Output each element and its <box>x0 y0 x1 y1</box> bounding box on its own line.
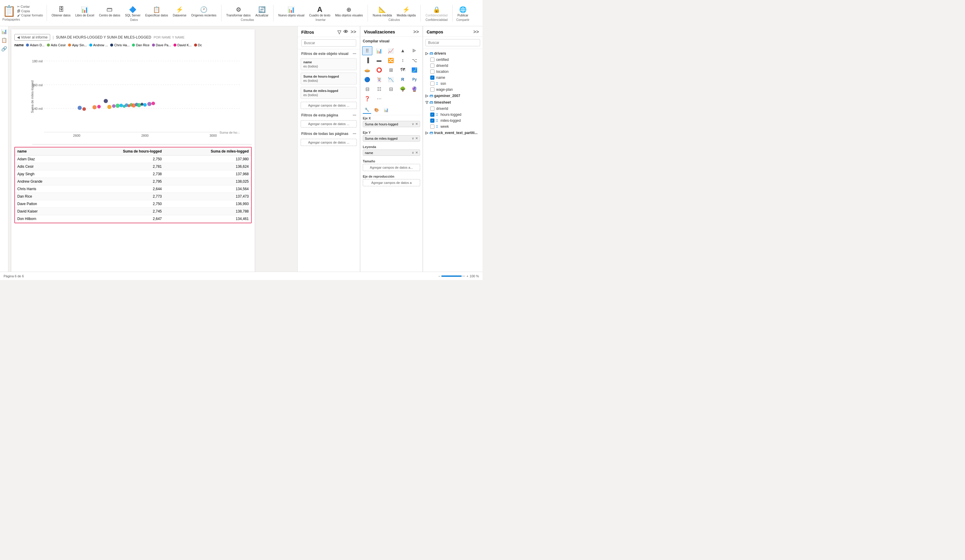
filter-section-menu-icon[interactable]: ⋯ <box>353 52 356 56</box>
zoom-plus-btn[interactable]: + <box>466 274 468 278</box>
filter-eye-icon[interactable]: 👁 <box>343 29 348 35</box>
publicar-btn[interactable]: 🌐 Publicar <box>456 5 469 18</box>
filter-page-menu-icon[interactable]: ⋯ <box>353 113 356 117</box>
viz-slicer-btn[interactable]: ⊟ <box>386 85 396 93</box>
nuevo-objeto-btn[interactable]: 📊 Nuevo objeto visual <box>277 5 306 18</box>
transformar-datos-btn[interactable]: ⚙ Transformar datos <box>225 5 252 18</box>
filter-card-hours[interactable]: Suma de hours-logged es (todos) <box>301 73 357 85</box>
viz-eje-x-remove-icon[interactable]: ✕ <box>415 122 418 126</box>
viz-tamaño-add-btn[interactable]: Agregar campos de datos a... <box>363 164 420 171</box>
viz-pie-btn[interactable]: 🥧 <box>362 65 372 74</box>
filter-funnel-icon[interactable]: ▽ <box>337 29 341 35</box>
viz-card-btn[interactable]: 🃏 <box>374 75 384 84</box>
viz-more-btn[interactable]: ⋯ <box>374 94 384 103</box>
cortar-btn[interactable]: ✂ Cortar <box>17 5 43 9</box>
copia-btn[interactable]: 🗐 Copia <box>17 9 43 13</box>
viz-scatter-btn[interactable]: ⠿ <box>362 46 372 55</box>
viz-matrix-btn[interactable]: ⊟ <box>362 85 372 93</box>
filter-all-menu-icon[interactable]: ⋯ <box>353 132 356 136</box>
calculos-group: 📐 Nueva medida ⚡ Medida rápida Cálculos <box>371 5 421 21</box>
nav-model-icon[interactable]: 🔗 <box>1 46 7 52</box>
filter-card-miles[interactable]: Suma de miles-logged es (todos) <box>301 87 357 99</box>
viz-eje-y-remove-icon[interactable]: ✕ <box>415 136 418 140</box>
viz-tab-format[interactable]: 🎨 <box>372 106 381 114</box>
viz-tab-build[interactable]: 🔧 <box>363 106 371 114</box>
centro-datos-btn[interactable]: 🗃 Centro de datos <box>98 5 121 18</box>
wage-plan-checkbox[interactable] <box>430 87 434 91</box>
especificar-datos-btn[interactable]: 📋 Especificar datos <box>144 5 169 18</box>
viz-hbar-btn[interactable]: ▬ <box>374 56 384 65</box>
ts-driverid-checkbox[interactable] <box>430 106 434 111</box>
viz-kpi-btn[interactable]: 📉 <box>386 75 396 84</box>
nav-report-icon[interactable]: 📊 <box>1 29 7 34</box>
viz-funnel-btn[interactable]: ⌥ <box>409 56 419 65</box>
col-miles: Suma de miles-logged <box>164 147 251 155</box>
viz-py-btn[interactable]: Py <box>409 75 419 84</box>
viz-decomp-btn[interactable]: 🌳 <box>398 85 408 93</box>
fields-group-gapminer[interactable]: ▷ 🗃 gapminer_2007 <box>423 93 483 99</box>
libro-excel-btn[interactable]: 📊 Libro de Excel <box>74 5 95 18</box>
origenes-recientes-btn[interactable]: 🕐 Orígenes recientes <box>190 5 218 18</box>
hours-logged-checkbox[interactable]: ✓ <box>430 113 434 117</box>
viz-tab-analyze[interactable]: 📊 <box>382 106 390 114</box>
cuadro-texto-btn[interactable]: A Cuadro de texto <box>308 5 331 18</box>
viz-treemap-btn[interactable]: ⊞ <box>386 65 396 74</box>
add-fields-page-btn[interactable]: Agregar campos de datos ... <box>301 120 357 127</box>
sql-server-btn[interactable]: 🔷 SQL Server <box>124 5 142 18</box>
viz-col-btn[interactable]: ▐ <box>362 56 372 65</box>
viz-map-btn[interactable]: 🗺 <box>398 65 408 74</box>
viz-ribbon-btn[interactable]: 🔀 <box>386 56 396 65</box>
mas-objetos-btn[interactable]: ⊕ Más objetos visuales <box>334 5 364 18</box>
miles-logged-checkbox[interactable]: ✓ <box>430 119 434 123</box>
zoom-slider[interactable] <box>441 276 465 277</box>
viz-gauge-btn[interactable]: 🔵 <box>362 75 372 84</box>
viz-eje-y-dropdown-icon[interactable]: ∨ <box>412 136 414 140</box>
viz-expand-icon[interactable]: >> <box>413 29 419 34</box>
add-fields-visual-btn[interactable]: Agregar campos de datos ... <box>301 102 357 109</box>
nueva-medida-btn[interactable]: 📐 Nueva medida <box>371 5 393 18</box>
fields-group-drivers[interactable]: ▷ 🗃 drivers <box>423 50 483 57</box>
viz-line-btn[interactable]: 📈 <box>386 46 396 55</box>
viz-r-btn[interactable]: R <box>398 75 408 84</box>
fields-expand-icon[interactable]: >> <box>473 29 479 34</box>
filter-search-input[interactable] <box>301 39 356 47</box>
actualizar-btn[interactable]: 🔄 Actualizar <box>254 5 270 18</box>
location-checkbox[interactable] <box>430 70 434 74</box>
name-checkbox[interactable]: ✓ <box>430 75 434 80</box>
filter-expand-icon[interactable]: >> <box>350 29 356 35</box>
chart-container[interactable]: Suma de miles-logged 180 mil 160 mil 140… <box>32 49 252 144</box>
viz-filled-map-btn[interactable]: 🗾 <box>409 65 419 74</box>
ssn-checkbox[interactable] <box>430 82 434 86</box>
confidencialidad-btn[interactable]: 🔒 Confidencialidad <box>424 5 449 18</box>
fields-group-timesheet[interactable]: ▽ 🗃 timesheet <box>423 99 483 106</box>
viz-eje-rep-add-btn[interactable]: Agregar campos de datos a <box>363 179 420 186</box>
back-button[interactable]: ◀ Volver al informe <box>14 34 50 41</box>
copiar-formato-btn[interactable]: 🖌 Copiar formato <box>17 13 43 17</box>
viz-qna-btn[interactable]: ❓ <box>362 94 372 103</box>
driverid-checkbox[interactable] <box>430 64 434 68</box>
certified-checkbox[interactable] <box>430 58 434 62</box>
zoom-minus-btn[interactable]: − <box>438 274 440 278</box>
viz-donut-btn[interactable]: ⭕ <box>374 65 384 74</box>
viz-ai-btn[interactable]: 🔮 <box>409 85 419 93</box>
viz-leyenda-remove-icon[interactable]: ✕ <box>415 151 418 155</box>
pegar-icon[interactable]: 📋 <box>2 5 16 17</box>
week-checkbox[interactable] <box>430 124 434 129</box>
viz-stacked-btn[interactable]: ⫸ <box>409 46 419 55</box>
obtener-datos-btn[interactable]: 🗄 Obtener datos <box>51 5 72 18</box>
viz-waterfall-btn[interactable]: ↕ <box>398 56 408 65</box>
dataverse-btn[interactable]: ⚡ Dataverse <box>172 5 188 18</box>
cell-name: David Kaiser <box>15 208 75 215</box>
viz-area-btn[interactable]: ▲ <box>398 46 408 55</box>
viz-leyenda-dropdown-icon[interactable]: ∨ <box>412 151 414 155</box>
viz-table-btn[interactable]: ☷ <box>374 85 384 93</box>
add-fields-all-btn[interactable]: Agregar campos de datos ... <box>301 139 357 146</box>
filter-card-name[interactable]: name es (todos) <box>301 58 357 70</box>
table-row: Don Hilborn 2,647 134,461 <box>15 215 251 223</box>
viz-bar-btn[interactable]: 📊 <box>374 46 384 55</box>
fields-group-truck[interactable]: ▷ 🗃 truck_event_text_partiti... <box>423 129 483 136</box>
medida-rapida-btn[interactable]: ⚡ Medida rápida <box>396 5 417 18</box>
viz-eje-x-dropdown-icon[interactable]: ∨ <box>412 122 414 126</box>
fields-search-input[interactable] <box>425 39 480 46</box>
nav-table-icon[interactable]: 📋 <box>1 37 7 43</box>
